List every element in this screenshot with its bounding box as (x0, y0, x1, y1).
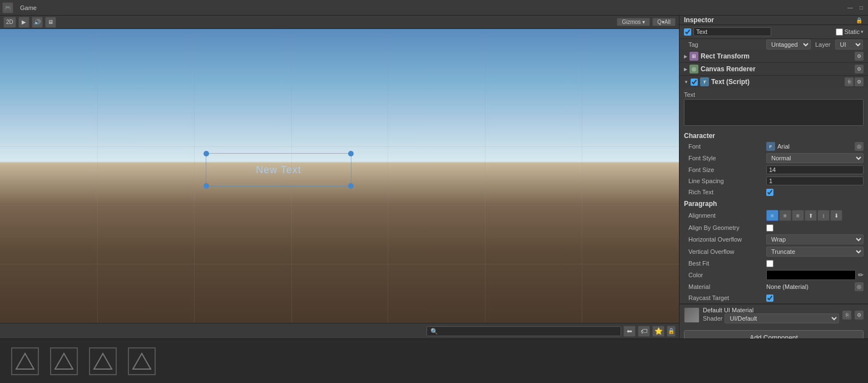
layer-dropdown[interactable]: UI (835, 40, 863, 50)
alignment-buttons: ≡ ≡ ≡ ⬆ ↕ ⬇ (766, 210, 842, 221)
character-section-label: Character (679, 130, 868, 141)
handle-top-left[interactable] (204, 151, 209, 156)
inspector-object-row: Static ▾ (679, 25, 868, 39)
font-style-row: Font Style Normal Bold Italic Bold Itali… (679, 152, 868, 164)
handle-top-right[interactable] (348, 151, 354, 156)
material-select-icon[interactable]: ◎ (855, 282, 864, 291)
paragraph-section-label: Paragraph (679, 198, 868, 209)
minimize-icon[interactable]: — (846, 3, 855, 12)
text-script-header[interactable]: ▼ T Text (Script) ⎘ ⚙ (679, 76, 868, 88)
gizmos-button[interactable]: Gizmos ▾ (617, 18, 650, 26)
asset-star-icon[interactable]: ⭐ (652, 326, 664, 337)
static-dropdown-arrow[interactable]: ▾ (861, 29, 864, 35)
rich-text-row: Rich Text (679, 186, 868, 198)
color-swatch[interactable] (766, 270, 856, 280)
material-value: None (Material) (766, 283, 852, 290)
vertical-overflow-label: Vertical Overflow (688, 248, 766, 255)
align-top-btn[interactable]: ⬆ (805, 210, 817, 221)
static-label: Static (844, 28, 860, 35)
canvas-renderer-header[interactable]: ▶ ◎ Canvas Renderer ⚙ (679, 63, 868, 75)
object-active-checkbox[interactable] (684, 28, 691, 36)
font-value: Arial (777, 143, 852, 150)
align-left-btn[interactable]: ≡ (766, 210, 778, 221)
asset-tag-icon[interactable]: 🏷 (638, 326, 650, 337)
eyedropper-icon[interactable]: ✏ (858, 271, 864, 279)
rect-transform-icon: ⊞ (690, 52, 698, 61)
window-title: Game (16, 4, 41, 11)
inspector-panel: Inspector 🔒 Static ▾ Tag Untagged Layer … (679, 16, 868, 338)
raycast-target-row: Raycast Target (679, 292, 868, 303)
canvas-renderer-settings-icon[interactable]: ⚙ (855, 65, 864, 73)
rect-transform-header[interactable]: ▶ ⊞ Rect Transform ⚙ (679, 50, 868, 62)
asset-icon-4 (128, 347, 156, 375)
game-display-icon[interactable]: 🖥 (45, 17, 56, 28)
asset-lock-icon[interactable]: 🔒 (667, 326, 676, 337)
alignment-label: Alignment (688, 212, 766, 219)
canvas-renderer-section: ▶ ◎ Canvas Renderer ⚙ (679, 63, 868, 76)
rich-text-checkbox[interactable] (766, 189, 773, 196)
maximize-icon[interactable]: □ (857, 3, 866, 12)
scene-text-object[interactable]: New Text (206, 153, 351, 186)
raycast-target-label: Raycast Target (688, 294, 766, 301)
font-style-dropdown[interactable]: Normal Bold Italic Bold Italic (766, 153, 864, 163)
line-spacing-input[interactable] (766, 176, 864, 185)
viewport-bottom-bar: ⬅ 🏷 ⭐ 🔒 (0, 323, 679, 338)
text-textarea[interactable] (684, 99, 864, 126)
handle-bottom-right[interactable] (348, 183, 354, 189)
text-script-icon: T (700, 77, 709, 86)
text-script-active-checkbox[interactable] (691, 78, 698, 86)
shader-dropdown[interactable]: UI/Default (725, 313, 839, 323)
align-center-btn[interactable]: ≡ (779, 210, 791, 221)
font-select-icon[interactable]: ◎ (855, 142, 864, 151)
raycast-target-checkbox[interactable] (766, 294, 773, 302)
canvas-renderer-name: Canvas Renderer (701, 65, 852, 73)
object-name-input[interactable] (693, 27, 771, 36)
add-component-button[interactable]: Add Component (684, 330, 864, 338)
canvas-renderer-foldout-icon: ▶ (684, 67, 687, 72)
ground-background (0, 205, 679, 323)
scene-view[interactable]: New Text (0, 29, 679, 323)
horizontal-overflow-row: Horizontal Overflow Wrap Overflow (679, 233, 868, 245)
inspector-lock-icon[interactable]: 🔒 (855, 16, 864, 24)
align-bottom-btn[interactable]: ⬇ (830, 210, 842, 221)
align-middle-btn[interactable]: ↕ (817, 210, 830, 221)
alignment-row: Alignment ≡ ≡ ≡ ⬆ ↕ ⬇ (679, 209, 868, 222)
rect-transform-settings-icon[interactable]: ⚙ (855, 52, 864, 61)
asset-search-input[interactable] (426, 326, 621, 336)
best-fit-checkbox[interactable] (766, 260, 773, 267)
tag-dropdown[interactable]: Untagged (766, 40, 811, 50)
text-content-area: Text (679, 88, 868, 130)
svg-marker-0 (16, 353, 34, 369)
game-play-icon[interactable]: ▶ (18, 17, 29, 28)
font-size-input[interactable] (766, 165, 864, 174)
text-script-copy-icon[interactable]: ⎘ (845, 77, 854, 86)
material-name: Default UI Material (703, 307, 839, 313)
horizontal-overflow-dropdown[interactable]: Wrap Overflow (766, 234, 864, 244)
static-checkbox[interactable] (836, 28, 843, 36)
color-row: Color ✏ (679, 269, 868, 281)
material-settings-icon[interactable]: ⚙ (855, 311, 864, 320)
rect-transform-foldout-icon: ▶ (684, 54, 687, 59)
shader-label: Shader (703, 315, 722, 322)
material-copy-icon[interactable]: ⎘ (842, 311, 851, 320)
asset-back-icon[interactable]: ⬅ (623, 326, 636, 337)
vertical-overflow-dropdown[interactable]: Truncate Overflow (766, 247, 864, 257)
inspector-title: Inspector (684, 16, 855, 24)
material-row: Material None (Material) ◎ (679, 281, 868, 292)
text-script-settings-icon[interactable]: ⚙ (855, 77, 864, 86)
game-audio-icon[interactable]: 🔊 (32, 17, 43, 28)
search-all-button[interactable]: Q▾All (652, 18, 676, 26)
color-label: Color (688, 272, 766, 278)
align-by-geometry-row: Align By Geometry (679, 222, 868, 233)
font-label: Font (688, 143, 766, 150)
font-size-row: Font Size (679, 164, 868, 175)
game-2d-toggle[interactable]: 2D (3, 17, 16, 28)
align-right-btn[interactable]: ≡ (792, 210, 804, 221)
asset-icon-2 (50, 347, 78, 375)
material-shader-row: Shader UI/Default (703, 313, 839, 323)
handle-bottom-left[interactable] (204, 183, 209, 189)
horizontal-overflow-label: Horizontal Overflow (688, 236, 766, 243)
align-by-geometry-checkbox[interactable] (766, 224, 773, 232)
svg-marker-2 (94, 353, 112, 369)
game-viewport: 2D ▶ 🔊 🖥 Gizmos ▾ Q▾All (0, 16, 679, 338)
